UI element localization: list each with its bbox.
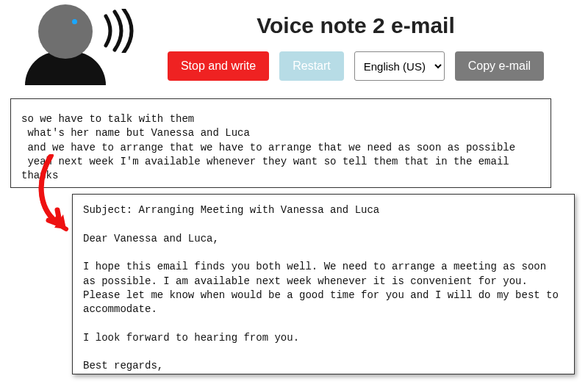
controls-row: Stop and write Restart English (US) Copy… xyxy=(138,51,573,81)
transcript-panel xyxy=(10,98,551,188)
email-textarea[interactable] xyxy=(73,195,574,374)
language-select[interactable]: English (US) xyxy=(354,51,445,81)
restart-button[interactable]: Restart xyxy=(279,51,344,81)
stop-and-write-button[interactable]: Stop and write xyxy=(168,51,269,81)
page-title: Voice note 2 e-mail xyxy=(138,13,573,38)
email-panel xyxy=(72,194,575,374)
copy-email-button[interactable]: Copy e-mail xyxy=(455,51,544,81)
speaking-avatar-icon xyxy=(21,4,138,85)
svg-marker-0 xyxy=(51,211,68,231)
sound-waves-icon xyxy=(97,9,138,53)
transcript-textarea[interactable] xyxy=(11,99,551,187)
svg-marker-1 xyxy=(54,214,66,229)
